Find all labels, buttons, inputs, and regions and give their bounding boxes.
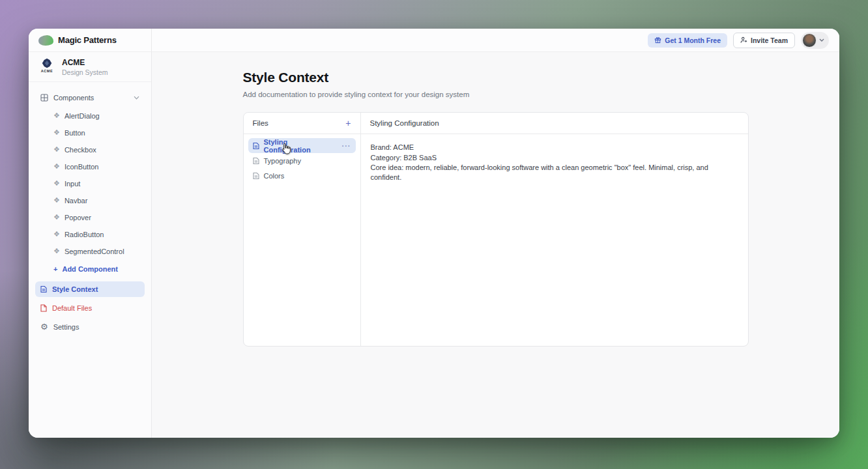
workspace-name: ACME	[62, 58, 108, 68]
page-subtitle: Add documentation to provide styling con…	[243, 91, 749, 98]
acme-logo-icon	[42, 58, 52, 68]
sidebar-item-settings[interactable]: ⚙ Settings	[35, 319, 145, 335]
sidebar-item-checkbox[interactable]: ❖Checkbox	[35, 141, 145, 158]
sidebar-item-style-context[interactable]: Style Context	[35, 281, 145, 297]
component-icon: ❖	[53, 214, 60, 221]
document-icon	[40, 285, 47, 293]
detail-panel-header: Styling Configuration	[361, 113, 748, 134]
sidebar-item-input[interactable]: ❖Input	[35, 175, 145, 192]
content-line: Brand: ACME	[371, 143, 738, 152]
document-icon	[253, 157, 259, 165]
gift-icon	[654, 36, 661, 44]
file-item-styling-configuration[interactable]: Styling Configuration ···	[248, 138, 356, 153]
document-icon	[253, 172, 259, 180]
content-line: Category: B2B SaaS	[371, 153, 738, 163]
plus-icon: +	[53, 265, 57, 273]
user-plus-icon	[740, 36, 747, 44]
file-detail-panel: Styling Configuration Brand: ACME Catego…	[361, 113, 748, 346]
document-icon	[253, 142, 259, 150]
file-content[interactable]: Brand: ACME Category: B2B SaaS Core idea…	[361, 134, 748, 192]
file-item-colors[interactable]: Colors	[248, 168, 356, 183]
files-panel: Files + Styling Configuration	[244, 113, 361, 346]
components-section-toggle[interactable]: Components	[35, 91, 145, 105]
content-line: Core idea: modern, reliable, forward-loo…	[371, 163, 738, 182]
sidebar-item-button[interactable]: ❖Button	[35, 124, 145, 141]
grid-icon	[40, 94, 48, 102]
gear-icon: ⚙	[40, 322, 48, 331]
desktop-background: { "brand": { "name": "Magic Patterns" },…	[0, 0, 868, 469]
chevron-down-icon	[134, 96, 139, 100]
component-icon: ❖	[53, 180, 60, 187]
get-month-free-button[interactable]: Get 1 Month Free	[648, 33, 727, 48]
files-list: Styling Configuration ··· Typography	[244, 134, 360, 187]
component-icon: ❖	[53, 129, 60, 136]
app-window: Magic Patterns Get 1 Month Free Invite T…	[29, 29, 839, 438]
invite-team-button[interactable]: Invite Team	[733, 33, 795, 48]
sidebar: ACME ACME Design System Components	[29, 52, 152, 438]
component-icon: ❖	[53, 231, 60, 238]
chevron-down-icon	[819, 38, 824, 42]
sidebar-item-default-files[interactable]: Default Files	[35, 300, 145, 316]
account-menu[interactable]	[801, 32, 829, 49]
component-icon: ❖	[53, 197, 60, 204]
file-options-button[interactable]: ···	[342, 142, 351, 150]
workspace-logo: ACME	[38, 58, 56, 73]
file-icon	[40, 304, 47, 312]
component-icon: ❖	[53, 112, 60, 119]
sidebar-item-navbar[interactable]: ❖Navbar	[35, 192, 145, 209]
brand-header: Magic Patterns	[29, 29, 152, 52]
brand-name: Magic Patterns	[58, 35, 117, 45]
sidebar-item-alertdialog[interactable]: ❖AlertDialog	[35, 107, 145, 124]
components-list: ❖AlertDialog ❖Button ❖Checkbox ❖IconButt…	[35, 107, 145, 260]
avatar	[802, 33, 817, 48]
sidebar-item-iconbutton[interactable]: ❖IconButton	[35, 158, 145, 175]
add-component-button[interactable]: + Add Component	[35, 260, 145, 278]
add-file-button[interactable]: +	[345, 119, 351, 128]
sidebar-item-popover[interactable]: ❖Popover	[35, 209, 145, 226]
sidebar-nav: Components ❖AlertDialog ❖Button ❖Checkbo…	[29, 82, 151, 335]
topbar: Get 1 Month Free Invite Team	[152, 29, 839, 52]
workspace-subtitle: Design System	[62, 68, 108, 76]
style-context-card: Files + Styling Configuration	[243, 112, 749, 347]
workspace-switcher[interactable]: ACME ACME Design System	[29, 52, 151, 82]
sidebar-item-radiobutton[interactable]: ❖RadioButton	[35, 226, 145, 243]
component-icon: ❖	[53, 146, 60, 153]
component-icon: ❖	[53, 248, 60, 255]
hand-cursor	[280, 143, 291, 156]
file-item-typography[interactable]: Typography	[248, 153, 356, 168]
sidebar-item-segmentedcontrol[interactable]: ❖SegmentedControl	[35, 243, 145, 260]
main-area: Style Context Add documentation to provi…	[152, 52, 839, 438]
magic-patterns-logo-icon	[38, 35, 53, 46]
files-panel-header: Files +	[244, 113, 360, 134]
page-title: Style Context	[243, 70, 749, 85]
component-icon: ❖	[53, 163, 60, 170]
